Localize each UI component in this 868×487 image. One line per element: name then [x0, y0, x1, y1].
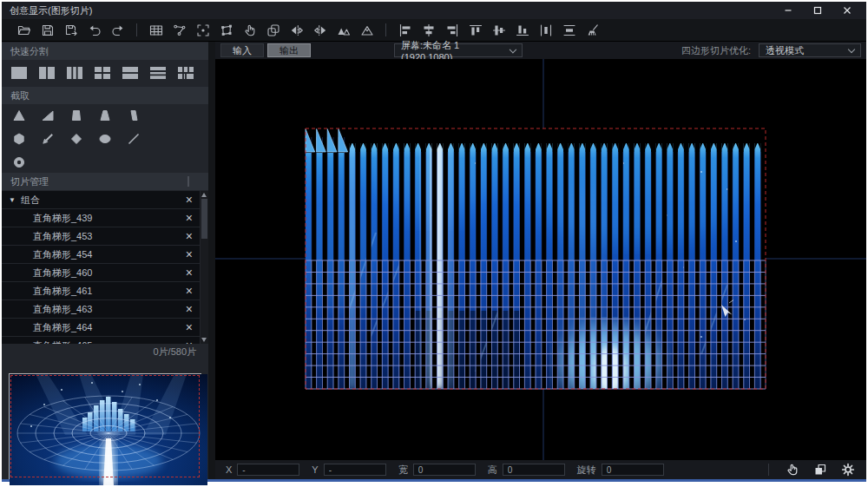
status-label-rotation: 旋转 — [577, 464, 596, 477]
split-3cols-icon[interactable] — [64, 65, 85, 81]
flip-right-icon[interactable] — [308, 23, 332, 38]
save-icon[interactable] — [36, 23, 59, 38]
split-2rows-icon[interactable] — [120, 65, 141, 81]
slice-item-label: 直角梯形_463 — [33, 303, 92, 316]
delete-icon[interactable]: × — [186, 339, 193, 344]
maximize-button[interactable] — [806, 3, 829, 17]
save-as-icon[interactable] — [59, 23, 82, 38]
grid-icon[interactable] — [144, 23, 168, 38]
distribute-v-icon[interactable] — [557, 23, 581, 38]
ring-icon[interactable] — [9, 155, 30, 170]
align-center-h-icon[interactable] — [417, 23, 440, 38]
input-tab-button[interactable]: 输入 — [220, 43, 264, 57]
slice-group-row[interactable]: ▼组合× — [2, 191, 200, 208]
bring-front-icon[interactable] — [812, 463, 828, 477]
align-middle-v-icon[interactable] — [487, 23, 510, 38]
mirror-peaks-icon[interactable] — [332, 23, 355, 38]
skew-quad-icon[interactable] — [123, 108, 144, 123]
delete-icon[interactable]: × — [186, 230, 193, 242]
delete-icon[interactable]: × — [186, 267, 193, 279]
slice-list-item[interactable]: 直角梯形_453× — [2, 227, 200, 245]
redo-icon[interactable] — [106, 23, 129, 38]
align-top-icon[interactable] — [464, 23, 487, 38]
x-input[interactable] — [237, 464, 299, 476]
diamond-icon[interactable] — [66, 131, 87, 147]
ellipse-icon[interactable] — [95, 131, 115, 147]
delete-icon[interactable]: × — [186, 194, 193, 206]
section-slice-manage-label: 切片管理 — [10, 176, 49, 187]
scroll-down-icon[interactable] — [201, 338, 207, 342]
clean-brush-icon[interactable] — [581, 23, 604, 38]
chevron-down-icon — [510, 45, 516, 52]
sidebar-divider[interactable] — [208, 42, 215, 479]
split-grid4-icon[interactable] — [92, 65, 113, 81]
split-single-icon[interactable] — [9, 65, 30, 81]
align-bottom-icon[interactable] — [510, 23, 534, 38]
slice-item-label: 直角梯形_453 — [33, 230, 92, 243]
open-icon[interactable] — [12, 23, 36, 38]
flip-left-icon[interactable] — [285, 23, 308, 38]
slice-list-item[interactable]: 直角梯形_464× — [2, 319, 200, 336]
split-2cols-icon[interactable] — [36, 65, 57, 81]
y-input[interactable] — [324, 464, 386, 476]
window-title: 创意显示(图形切片) — [10, 4, 92, 17]
trapezoid-tall-icon[interactable] — [66, 108, 87, 123]
split-custom-icon[interactable] — [175, 65, 196, 81]
slice-list-item[interactable]: 直角梯形_454× — [2, 246, 200, 263]
slice-list-scrollbar[interactable] — [201, 191, 208, 344]
slice-list-item[interactable]: 直角梯形_439× — [2, 209, 200, 227]
right-triangle-icon[interactable] — [37, 108, 58, 123]
slice-list-item[interactable]: 直角梯形_461× — [2, 282, 200, 299]
slice-list-item[interactable]: 直角梯形_463× — [2, 300, 200, 318]
tree-expand-icon[interactable]: ▼ — [9, 196, 16, 204]
scroll-up-icon[interactable] — [201, 193, 207, 197]
align-left-icon[interactable] — [393, 23, 417, 38]
align-right-icon[interactable] — [440, 23, 464, 38]
distribute-h-icon[interactable] — [534, 23, 557, 38]
undo-icon[interactable] — [82, 23, 106, 38]
trapezoid-icon[interactable] — [95, 108, 115, 123]
touch-icon[interactable] — [238, 23, 261, 38]
slice-item-label: 直角梯形_439 — [33, 212, 92, 225]
rotation-input[interactable] — [602, 464, 664, 476]
height-input[interactable] — [503, 464, 565, 476]
pen-icon[interactable] — [37, 131, 58, 147]
slice-list-item[interactable]: 直角梯形_465× — [2, 337, 200, 344]
settings-gear-icon[interactable] — [840, 463, 856, 477]
section-slice-manage: 切片管理 — [2, 173, 208, 190]
status-field-height: 高 — [488, 464, 565, 477]
slice-item-label: 直角梯形_460 — [33, 267, 92, 280]
split-3rows-icon[interactable] — [148, 65, 168, 81]
delete-icon[interactable]: × — [186, 212, 193, 224]
slice-rows: ▼组合×直角梯形_439×直角梯形_453×直角梯形_454×直角梯形_460×… — [2, 191, 200, 344]
output-tab-button[interactable]: 输出 — [267, 43, 311, 57]
minimize-button[interactable] — [777, 3, 799, 17]
mountain-icon[interactable] — [355, 23, 378, 38]
free-transform-icon[interactable] — [214, 23, 238, 38]
optimize-mode-dropdown[interactable]: 透视模式 — [759, 43, 861, 57]
delete-icon[interactable]: × — [186, 303, 193, 315]
clone-icon[interactable] — [261, 23, 285, 38]
close-button[interactable] — [836, 3, 858, 17]
scrollbar-thumb[interactable] — [201, 199, 207, 239]
slice-item-label: 直角梯形_465 — [33, 339, 92, 345]
section-divider-handle[interactable] — [187, 176, 189, 187]
delete-icon[interactable]: × — [186, 248, 193, 260]
pan-hand-icon[interactable] — [785, 463, 800, 477]
edit-nodes-icon[interactable] — [168, 23, 191, 38]
hexagon-icon[interactable] — [9, 131, 30, 147]
optimize-mode-value: 透视模式 — [766, 44, 804, 57]
select-area-icon[interactable] — [191, 23, 214, 38]
sidebar: 快速分割 截取 切片管理 ▼组合×直角梯形_439×直角梯形_453×直角梯形_… — [2, 42, 208, 479]
width-input[interactable] — [413, 464, 476, 476]
screen-select-dropdown[interactable]: 屏幕:未命名 1 (1920,1080) — [394, 43, 523, 57]
editing-canvas[interactable] — [215, 59, 866, 460]
delete-icon[interactable]: × — [186, 321, 193, 333]
canvas-artwork — [215, 59, 866, 460]
line-icon[interactable] — [123, 131, 144, 147]
section-quick-split: 快速分割 — [2, 43, 208, 60]
triangle-icon[interactable] — [9, 108, 30, 123]
delete-icon[interactable]: × — [186, 285, 193, 297]
slice-list-item[interactable]: 直角梯形_460× — [2, 264, 200, 281]
preview-thumbnail[interactable] — [9, 373, 201, 479]
